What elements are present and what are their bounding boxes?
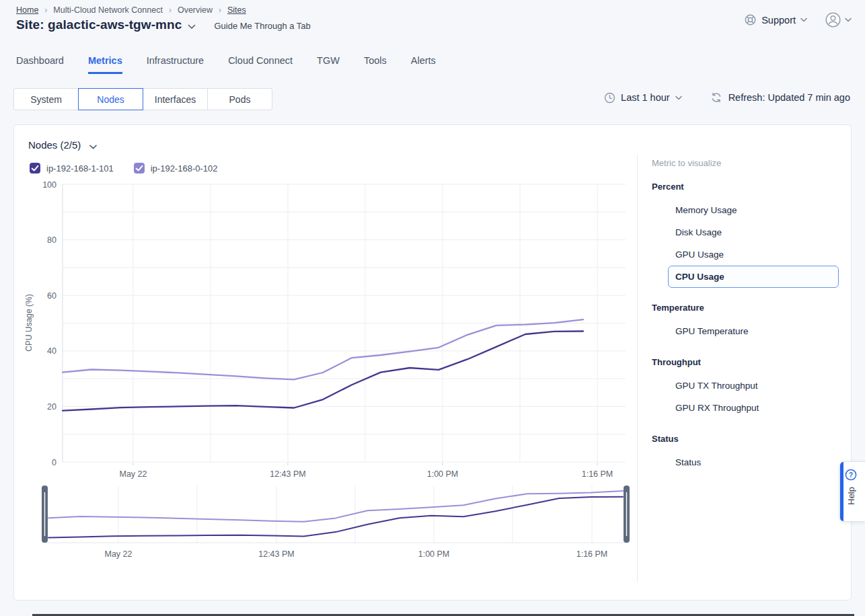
chart-controls: Last 1 hour Refresh: Updated 7 min ago bbox=[604, 91, 850, 104]
tab-tgw[interactable]: TGW bbox=[317, 55, 340, 74]
subtab-system[interactable]: System bbox=[13, 88, 79, 110]
metric-item-gpu-tx-throughput[interactable]: GPU TX Throughput bbox=[668, 375, 839, 397]
checkbox-ip-192-168-1-101[interactable] bbox=[30, 163, 40, 174]
x-tick-label: 1:00 PM bbox=[427, 469, 459, 479]
metric-item-status[interactable]: Status bbox=[668, 451, 839, 473]
legend-label: ip-192-168-0-102 bbox=[151, 163, 218, 174]
main-tabs: DashboardMetricsInfrastructureCloud Conn… bbox=[16, 55, 436, 74]
metric-item-gpu-rx-throughput[interactable]: GPU RX Throughput bbox=[668, 397, 839, 419]
panel-collapse-toggle[interactable] bbox=[89, 140, 97, 151]
panel-title-row: Nodes (2/5) bbox=[28, 138, 97, 151]
legend-item-ip-192-168-1-101: ip-192-168-1-101 bbox=[30, 163, 114, 174]
metric-group-heading: Status bbox=[652, 434, 839, 444]
refresh-icon bbox=[710, 91, 722, 104]
y-tick-label: 40 bbox=[47, 346, 57, 356]
tab-tools[interactable]: Tools bbox=[364, 55, 387, 74]
metric-item-gpu-temperature[interactable]: GPU Temperature bbox=[668, 320, 839, 342]
y-tick-label: 20 bbox=[47, 402, 57, 412]
y-tick-label: 60 bbox=[47, 291, 57, 301]
metric-group-percent: PercentMemory UsageDisk UsageGPU UsageCP… bbox=[652, 182, 839, 288]
breadcrumb-item-overview: Overview bbox=[178, 5, 213, 15]
metric-group-heading: Temperature bbox=[652, 303, 839, 313]
metric-group-heading: Percent bbox=[652, 182, 839, 192]
refresh-button[interactable]: Refresh: Updated 7 min ago bbox=[710, 91, 850, 104]
question-mark-icon: ? bbox=[845, 469, 857, 481]
metric-group-throughput: ThroughputGPU TX ThroughputGPU RX Throug… bbox=[652, 357, 839, 419]
refresh-status-label: Refresh: Updated 7 min ago bbox=[728, 92, 850, 103]
breadcrumb-item-sites[interactable]: Sites bbox=[227, 5, 246, 15]
chevron-down-icon bbox=[800, 17, 807, 22]
brush-x-tick-label: 1:00 PM bbox=[418, 549, 450, 559]
series-line-ip-192-168-0-102 bbox=[63, 319, 583, 379]
metric-item-gpu-usage[interactable]: GPU Usage bbox=[668, 243, 839, 266]
checkmark-icon bbox=[134, 163, 145, 174]
breadcrumb-separator: › bbox=[44, 5, 47, 15]
subtab-nodes[interactable]: Nodes bbox=[78, 88, 143, 110]
metric-item-disk-usage[interactable]: Disk Usage bbox=[668, 221, 839, 243]
nodes-panel: Nodes (2/5) ip-192-168-1-101ip-192-168-0… bbox=[13, 124, 852, 601]
metric-item-memory-usage[interactable]: Memory Usage bbox=[668, 199, 839, 221]
metric-sidebar: Metric to visualize PercentMemory UsageD… bbox=[637, 154, 852, 582]
breadcrumb-separator: › bbox=[169, 5, 172, 15]
metric-sidebar-title: Metric to visualize bbox=[652, 158, 839, 168]
help-button[interactable]: ? Help bbox=[839, 461, 865, 522]
page: { "breadcrumb": { "items": [ {"label": "… bbox=[0, 0, 865, 616]
support-label: Support bbox=[761, 15, 796, 26]
tab-alerts[interactable]: Alerts bbox=[411, 55, 436, 74]
brush-x-tick-label: 1:16 PM bbox=[576, 549, 608, 559]
breadcrumb: Home›Multi-Cloud Network Connect›Overvie… bbox=[16, 5, 246, 15]
series-legend: ip-192-168-1-101ip-192-168-0-102 bbox=[30, 163, 217, 174]
breadcrumb-separator: › bbox=[219, 5, 221, 15]
guide-me-link[interactable]: Guide Me Through a Tab bbox=[214, 21, 310, 31]
time-brush-chart: May 2212:43 PM1:00 PM1:16 PM bbox=[14, 481, 636, 570]
help-label: Help bbox=[846, 487, 856, 505]
panel-title: Nodes (2/5) bbox=[28, 139, 81, 151]
x-tick-label: May 22 bbox=[120, 469, 147, 479]
brush-x-tick-label: 12:43 PM bbox=[258, 549, 295, 559]
user-avatar-icon bbox=[825, 11, 841, 28]
lifebuoy-icon bbox=[744, 13, 757, 26]
brush-x-tick-label: May 22 bbox=[105, 549, 133, 559]
metric-group-temperature: TemperatureGPU Temperature bbox=[652, 303, 839, 342]
y-tick-label: 100 bbox=[42, 180, 57, 190]
metric-group-status: StatusStatus bbox=[652, 434, 839, 473]
header-actions: Support bbox=[744, 11, 852, 28]
cpu-usage-chart: 020406080100CPU Usage (%)May 2212:43 PM1… bbox=[14, 178, 636, 480]
tab-metrics[interactable]: Metrics bbox=[88, 55, 122, 74]
page-title-row: Site: galactic-aws-tgw-mnc Guide Me Thro… bbox=[16, 17, 311, 32]
subtab-interfaces[interactable]: Interfaces bbox=[143, 88, 208, 110]
breadcrumb-item-home[interactable]: Home bbox=[16, 5, 38, 15]
x-tick-label: 12:43 PM bbox=[270, 469, 306, 479]
help-accent-bar bbox=[840, 462, 843, 521]
account-menu[interactable] bbox=[825, 11, 852, 28]
page-title: Site: galactic-aws-tgw-mnc bbox=[16, 17, 182, 32]
y-axis-title: CPU Usage (%) bbox=[24, 294, 34, 351]
tab-dashboard[interactable]: Dashboard bbox=[16, 55, 64, 74]
clock-icon bbox=[604, 92, 615, 104]
legend-item-ip-192-168-0-102: ip-192-168-0-102 bbox=[134, 163, 218, 174]
svg-text:?: ? bbox=[849, 471, 853, 479]
tab-infrastructure[interactable]: Infrastructure bbox=[147, 55, 204, 74]
time-range-selector[interactable]: Last 1 hour bbox=[604, 92, 682, 104]
brush-series-line-ip-192-168-0-102 bbox=[48, 491, 623, 522]
chevron-down-icon bbox=[89, 145, 97, 149]
x-tick-label: 1:16 PM bbox=[582, 469, 613, 479]
legend-label: ip-192-168-1-101 bbox=[46, 163, 114, 174]
chevron-down-icon bbox=[845, 17, 852, 22]
help-content: ? Help bbox=[845, 469, 857, 505]
metric-subtabs: SystemNodesInterfacesPods bbox=[13, 88, 272, 110]
time-range-label: Last 1 hour bbox=[621, 92, 670, 103]
chevron-down-icon bbox=[188, 24, 196, 30]
breadcrumb-item-multi-cloud-network-connect: Multi-Cloud Network Connect bbox=[53, 5, 163, 15]
metric-item-cpu-usage[interactable]: CPU Usage bbox=[668, 266, 839, 288]
metric-group-heading: Throughput bbox=[652, 357, 839, 367]
support-menu[interactable]: Support bbox=[744, 13, 807, 26]
subtab-pods[interactable]: Pods bbox=[207, 88, 272, 110]
checkmark-icon bbox=[30, 163, 40, 174]
checkbox-ip-192-168-0-102[interactable] bbox=[134, 163, 145, 174]
chevron-down-icon bbox=[675, 95, 682, 100]
site-selector-dropdown[interactable] bbox=[188, 20, 196, 32]
tab-cloud-connect[interactable]: Cloud Connect bbox=[228, 55, 293, 74]
y-tick-label: 80 bbox=[47, 235, 57, 245]
y-tick-label: 0 bbox=[52, 458, 57, 467]
